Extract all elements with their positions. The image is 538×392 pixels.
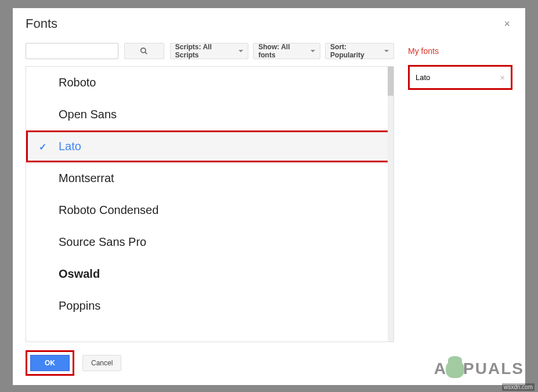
font-name: Montserrat: [59, 172, 114, 184]
font-name: Oswald: [59, 267, 100, 280]
font-item[interactable]: Montserrat: [26, 162, 393, 194]
filter-group: Scripts: All Scripts Show: All fonts Sor…: [170, 43, 394, 59]
dialog-header: Fonts ×: [13, 8, 525, 37]
font-name: Source Sans Pro: [59, 235, 146, 248]
search-input[interactable]: [26, 43, 118, 59]
show-dropdown[interactable]: Show: All fonts: [253, 43, 320, 59]
svg-point-0: [141, 48, 146, 53]
font-item[interactable]: Oswald: [26, 258, 393, 290]
my-font-item[interactable]: Lato×: [408, 65, 512, 90]
cancel-button[interactable]: Cancel: [82, 355, 121, 371]
toolbar: Scripts: All Scripts Show: All fonts Sor…: [26, 43, 394, 59]
svg-line-1: [145, 52, 147, 55]
fonts-dialog: Fonts × Scripts: All Scripts Show: A: [13, 8, 525, 385]
dialog-title: Fonts: [26, 16, 57, 31]
font-item[interactable]: Source Sans Pro: [26, 226, 393, 258]
dialog-footer: OK Cancel: [13, 342, 525, 385]
show-label: Show: All fonts: [258, 43, 308, 59]
scrollbar-thumb[interactable]: [388, 67, 393, 96]
font-item[interactable]: Roboto: [26, 67, 393, 99]
font-name: Roboto: [59, 76, 96, 89]
scripts-dropdown[interactable]: Scripts: All Scripts: [170, 43, 248, 59]
font-item[interactable]: ✓Lato: [26, 130, 393, 162]
left-panel: Scripts: All Scripts Show: All fonts Sor…: [26, 43, 394, 342]
dialog-body: Scripts: All Scripts Show: All fonts Sor…: [13, 37, 525, 342]
caret-down-icon: [310, 50, 315, 52]
font-name: Open Sans: [59, 108, 117, 121]
check-icon: ✓: [39, 141, 46, 152]
attribution: wsxdn.com: [502, 383, 535, 391]
search-button[interactable]: [124, 43, 164, 59]
search-icon: [140, 47, 148, 55]
font-name: Poppins: [59, 299, 100, 312]
sort-label: Sort: Popularity: [330, 43, 381, 59]
font-item[interactable]: Roboto Condensed: [26, 194, 393, 226]
font-item[interactable]: Open Sans: [26, 99, 393, 130]
scrollbar[interactable]: [388, 67, 393, 342]
caret-down-icon: [239, 50, 243, 52]
caret-down-icon: [384, 50, 389, 52]
close-button[interactable]: ×: [501, 16, 512, 31]
my-fonts-panel: My fonts Lato×: [408, 43, 512, 342]
font-item[interactable]: Poppins: [26, 290, 393, 322]
font-name: Lato: [59, 140, 81, 153]
ok-highlight: OK: [26, 350, 74, 376]
sort-dropdown[interactable]: Sort: Popularity: [325, 43, 394, 59]
ok-button[interactable]: OK: [30, 355, 70, 371]
my-fonts-title: My fonts: [408, 43, 512, 56]
remove-font-icon[interactable]: ×: [500, 72, 505, 82]
font-name: Roboto Condensed: [59, 204, 158, 216]
my-font-name: Lato: [416, 73, 430, 82]
scripts-label: Scripts: All Scripts: [175, 43, 236, 59]
font-list[interactable]: RobotoOpen Sans✓LatoMontserratRoboto Con…: [26, 66, 394, 342]
